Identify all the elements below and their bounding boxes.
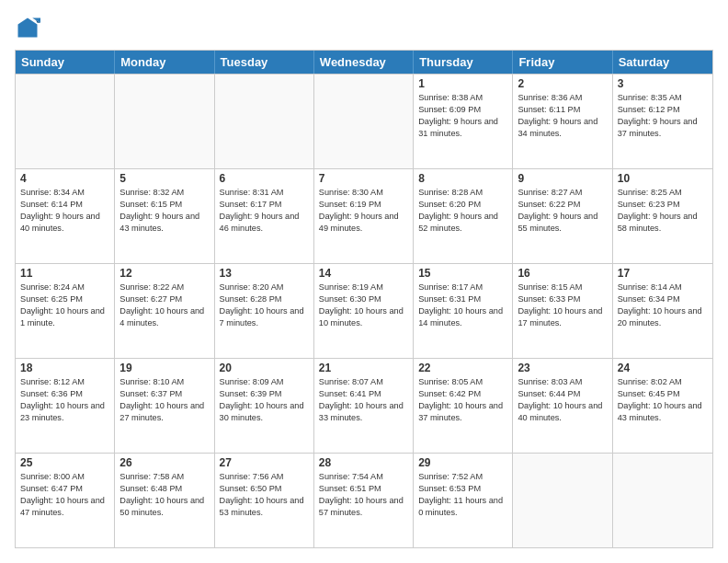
calendar-cell: 12Sunrise: 8:22 AM Sunset: 6:27 PM Dayli…	[115, 264, 214, 358]
header-cell-saturday: Saturday	[613, 51, 712, 74]
calendar-cell: 6Sunrise: 8:31 AM Sunset: 6:17 PM Daylig…	[215, 169, 314, 263]
calendar-cell: 14Sunrise: 8:19 AM Sunset: 6:30 PM Dayli…	[314, 264, 414, 358]
calendar-body: 1Sunrise: 8:38 AM Sunset: 6:09 PM Daylig…	[16, 74, 712, 547]
day-info: Sunrise: 7:56 AM Sunset: 6:50 PM Dayligh…	[220, 471, 309, 519]
calendar-week-3: 11Sunrise: 8:24 AM Sunset: 6:25 PM Dayli…	[16, 263, 712, 358]
calendar-cell: 21Sunrise: 8:07 AM Sunset: 6:41 PM Dayli…	[314, 359, 414, 453]
calendar-cell: 5Sunrise: 8:32 AM Sunset: 6:15 PM Daylig…	[115, 169, 214, 263]
calendar-cell: 17Sunrise: 8:14 AM Sunset: 6:34 PM Dayli…	[613, 264, 712, 358]
day-info: Sunrise: 8:27 AM Sunset: 6:22 PM Dayligh…	[518, 187, 607, 235]
day-info: Sunrise: 8:12 AM Sunset: 6:36 PM Dayligh…	[20, 376, 109, 424]
day-number: 26	[119, 456, 209, 469]
header-cell-wednesday: Wednesday	[314, 51, 414, 74]
day-info: Sunrise: 8:24 AM Sunset: 6:25 PM Dayligh…	[20, 282, 109, 329]
calendar-cell: 1Sunrise: 8:38 AM Sunset: 6:09 PM Daylig…	[414, 75, 513, 168]
day-info: Sunrise: 8:25 AM Sunset: 6:23 PM Dayligh…	[618, 187, 708, 235]
day-number: 18	[20, 362, 109, 374]
day-number: 20	[220, 362, 309, 374]
day-number: 21	[319, 362, 408, 374]
day-number: 25	[20, 456, 109, 469]
calendar-cell: 9Sunrise: 8:27 AM Sunset: 6:22 PM Daylig…	[513, 169, 612, 263]
day-number: 11	[20, 267, 109, 280]
day-number: 2	[518, 77, 607, 90]
day-number: 22	[418, 362, 507, 374]
calendar-cell: 23Sunrise: 8:03 AM Sunset: 6:44 PM Dayli…	[513, 359, 612, 453]
calendar-cell	[115, 75, 214, 168]
day-number: 15	[418, 267, 507, 280]
day-number: 24	[618, 362, 708, 374]
calendar-cell: 20Sunrise: 8:09 AM Sunset: 6:39 PM Dayli…	[215, 359, 314, 453]
day-info: Sunrise: 8:35 AM Sunset: 6:12 PM Dayligh…	[618, 92, 708, 140]
day-info: Sunrise: 8:10 AM Sunset: 6:37 PM Dayligh…	[119, 376, 209, 424]
day-number: 4	[20, 172, 109, 185]
calendar-week-4: 18Sunrise: 8:12 AM Sunset: 6:36 PM Dayli…	[16, 358, 712, 453]
calendar-cell: 18Sunrise: 8:12 AM Sunset: 6:36 PM Dayli…	[16, 359, 115, 453]
day-info: Sunrise: 8:36 AM Sunset: 6:11 PM Dayligh…	[518, 92, 607, 140]
day-number: 27	[220, 456, 309, 469]
day-number: 3	[618, 77, 708, 90]
day-info: Sunrise: 7:58 AM Sunset: 6:48 PM Dayligh…	[119, 471, 209, 519]
day-info: Sunrise: 8:28 AM Sunset: 6:20 PM Dayligh…	[418, 187, 507, 235]
day-number: 29	[418, 456, 507, 469]
header-cell-tuesday: Tuesday	[215, 51, 314, 74]
calendar-cell	[16, 75, 115, 168]
header-cell-sunday: Sunday	[16, 51, 115, 74]
day-number: 23	[518, 362, 607, 374]
day-number: 12	[119, 267, 209, 280]
day-number: 5	[119, 172, 209, 185]
calendar-cell: 7Sunrise: 8:30 AM Sunset: 6:19 PM Daylig…	[314, 169, 414, 263]
logo-icon	[15, 15, 40, 40]
day-info: Sunrise: 7:52 AM Sunset: 6:53 PM Dayligh…	[418, 471, 507, 519]
calendar-cell: 26Sunrise: 7:58 AM Sunset: 6:48 PM Dayli…	[115, 454, 214, 547]
calendar-cell: 11Sunrise: 8:24 AM Sunset: 6:25 PM Dayli…	[16, 264, 115, 358]
day-number: 19	[119, 362, 209, 374]
header-cell-monday: Monday	[115, 51, 214, 74]
page: SundayMondayTuesdayWednesdayThursdayFrid…	[0, 0, 728, 563]
day-info: Sunrise: 7:54 AM Sunset: 6:51 PM Dayligh…	[319, 471, 408, 519]
calendar-cell: 3Sunrise: 8:35 AM Sunset: 6:12 PM Daylig…	[613, 75, 712, 168]
day-info: Sunrise: 8:22 AM Sunset: 6:27 PM Dayligh…	[119, 282, 209, 329]
header-cell-thursday: Thursday	[414, 51, 513, 74]
header	[15, 15, 713, 40]
day-number: 1	[418, 77, 507, 90]
calendar-cell: 10Sunrise: 8:25 AM Sunset: 6:23 PM Dayli…	[613, 169, 712, 263]
calendar-cell: 29Sunrise: 7:52 AM Sunset: 6:53 PM Dayli…	[414, 454, 513, 547]
day-info: Sunrise: 8:34 AM Sunset: 6:14 PM Dayligh…	[20, 187, 109, 235]
day-info: Sunrise: 8:30 AM Sunset: 6:19 PM Dayligh…	[319, 187, 408, 235]
calendar-cell	[513, 454, 612, 547]
svg-marker-0	[18, 18, 38, 38]
calendar-cell: 27Sunrise: 7:56 AM Sunset: 6:50 PM Dayli…	[215, 454, 314, 547]
calendar-cell: 2Sunrise: 8:36 AM Sunset: 6:11 PM Daylig…	[513, 75, 612, 168]
day-info: Sunrise: 8:00 AM Sunset: 6:47 PM Dayligh…	[20, 471, 109, 519]
day-info: Sunrise: 8:20 AM Sunset: 6:28 PM Dayligh…	[220, 282, 309, 329]
day-number: 13	[220, 267, 309, 280]
calendar-cell: 19Sunrise: 8:10 AM Sunset: 6:37 PM Dayli…	[115, 359, 214, 453]
day-number: 10	[618, 172, 708, 185]
day-number: 28	[319, 456, 408, 469]
calendar-cell: 13Sunrise: 8:20 AM Sunset: 6:28 PM Dayli…	[215, 264, 314, 358]
day-info: Sunrise: 8:19 AM Sunset: 6:30 PM Dayligh…	[319, 282, 408, 329]
header-cell-friday: Friday	[513, 51, 612, 74]
day-info: Sunrise: 8:17 AM Sunset: 6:31 PM Dayligh…	[418, 282, 507, 329]
day-info: Sunrise: 8:03 AM Sunset: 6:44 PM Dayligh…	[518, 376, 607, 424]
day-info: Sunrise: 8:02 AM Sunset: 6:45 PM Dayligh…	[618, 376, 708, 424]
calendar-cell: 8Sunrise: 8:28 AM Sunset: 6:20 PM Daylig…	[414, 169, 513, 263]
day-number: 17	[618, 267, 708, 280]
calendar-cell: 16Sunrise: 8:15 AM Sunset: 6:33 PM Dayli…	[513, 264, 612, 358]
calendar-week-5: 25Sunrise: 8:00 AM Sunset: 6:47 PM Dayli…	[16, 453, 712, 547]
day-number: 8	[418, 172, 507, 185]
day-number: 16	[518, 267, 607, 280]
day-info: Sunrise: 8:05 AM Sunset: 6:42 PM Dayligh…	[418, 376, 507, 424]
calendar-cell: 28Sunrise: 7:54 AM Sunset: 6:51 PM Dayli…	[314, 454, 414, 547]
day-info: Sunrise: 8:31 AM Sunset: 6:17 PM Dayligh…	[220, 187, 309, 235]
calendar-cell: 15Sunrise: 8:17 AM Sunset: 6:31 PM Dayli…	[414, 264, 513, 358]
day-info: Sunrise: 8:14 AM Sunset: 6:34 PM Dayligh…	[618, 282, 708, 329]
day-number: 9	[518, 172, 607, 185]
calendar-header-row: SundayMondayTuesdayWednesdayThursdayFrid…	[16, 51, 712, 74]
day-info: Sunrise: 8:09 AM Sunset: 6:39 PM Dayligh…	[220, 376, 309, 424]
calendar-cell	[314, 75, 414, 168]
calendar-cell: 24Sunrise: 8:02 AM Sunset: 6:45 PM Dayli…	[613, 359, 712, 453]
calendar-cell: 25Sunrise: 8:00 AM Sunset: 6:47 PM Dayli…	[16, 454, 115, 547]
day-info: Sunrise: 8:32 AM Sunset: 6:15 PM Dayligh…	[119, 187, 209, 235]
calendar-cell: 4Sunrise: 8:34 AM Sunset: 6:14 PM Daylig…	[16, 169, 115, 263]
